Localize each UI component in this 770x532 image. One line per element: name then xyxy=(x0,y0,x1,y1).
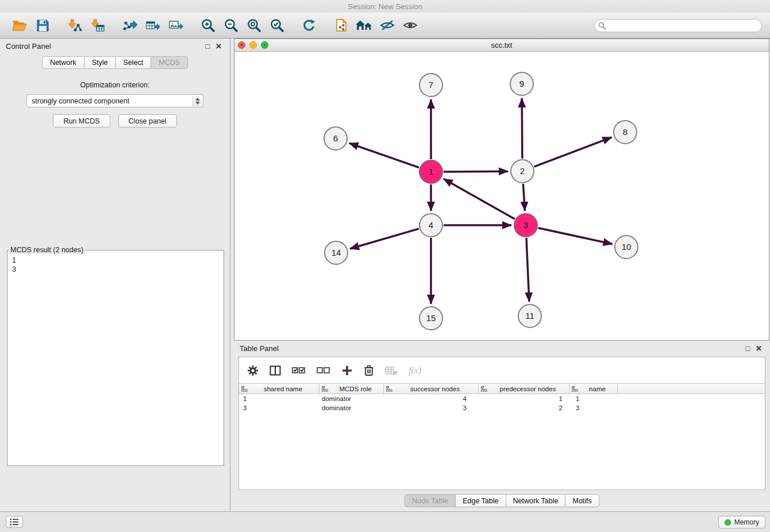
edge-2-8[interactable] xyxy=(534,137,612,167)
edge-2-9[interactable] xyxy=(522,98,522,159)
refresh-icon xyxy=(302,18,316,32)
sort-column-icon xyxy=(481,386,487,392)
column-header-successor-nodes[interactable]: successor nodes xyxy=(384,384,479,394)
open-session-button[interactable] xyxy=(8,15,31,36)
node-11[interactable]: 11 xyxy=(518,304,541,327)
show-columns-button[interactable] xyxy=(270,365,281,376)
table-row[interactable]: 3dominator323 xyxy=(239,403,765,413)
table-cell[interactable]: 2 xyxy=(479,403,569,413)
zoom-selected-icon xyxy=(270,18,284,33)
column-header-MCDS-role[interactable]: MCDS role xyxy=(319,384,384,394)
window-titlebar: Session: New Session xyxy=(0,0,770,13)
table-settings-button[interactable] xyxy=(247,365,259,376)
optimization-criterion-label: Optimization criterion: xyxy=(0,81,230,89)
refresh-button[interactable] xyxy=(298,15,321,36)
export-table-button[interactable] xyxy=(141,15,164,36)
node-8[interactable]: 8 xyxy=(614,121,637,144)
node-7[interactable]: 7 xyxy=(419,74,442,97)
window-title: Session: New Session xyxy=(348,2,422,11)
zoom-fit-button[interactable] xyxy=(242,15,265,36)
delete-table-button[interactable] xyxy=(385,365,398,376)
import-network-button[interactable] xyxy=(63,15,86,36)
table-cell[interactable]: 1 xyxy=(479,394,569,403)
mcds-result-list[interactable]: 13 xyxy=(7,254,224,465)
node-2[interactable]: 2 xyxy=(511,160,534,183)
table-cell[interactable]: 4 xyxy=(384,394,479,403)
select-all-columns-button[interactable] xyxy=(292,365,306,376)
tab-style[interactable]: Style xyxy=(84,56,116,69)
task-history-button[interactable] xyxy=(6,516,23,528)
node-15[interactable]: 15 xyxy=(419,307,442,330)
unselect-all-columns-button[interactable] xyxy=(317,365,330,376)
node-9[interactable]: 9 xyxy=(510,72,533,95)
zoom-selected-button[interactable] xyxy=(265,15,288,36)
tab-select[interactable]: Select xyxy=(116,56,152,69)
column-header-predecessor-nodes[interactable]: predecessor nodes xyxy=(479,384,569,394)
edge-4-14[interactable] xyxy=(350,229,419,249)
node-1[interactable]: 1 xyxy=(419,160,442,183)
close-table-panel-button[interactable]: ✕ xyxy=(753,343,764,354)
list-icon xyxy=(10,518,19,526)
table-row[interactable]: 1dominator411 xyxy=(239,394,765,403)
node-6[interactable]: 6 xyxy=(324,127,347,150)
float-icon: □ xyxy=(746,344,750,353)
table-cell[interactable]: dominator xyxy=(319,394,384,403)
zoom-in-button[interactable] xyxy=(197,15,220,36)
apply-style-button[interactable] xyxy=(376,15,399,36)
table-cell[interactable]: 1 xyxy=(239,394,319,403)
table-cell[interactable]: 3 xyxy=(384,403,479,413)
edge-3-10[interactable] xyxy=(538,228,613,244)
tab-network[interactable]: Network xyxy=(42,56,84,69)
node-10[interactable]: 10 xyxy=(615,236,638,259)
edge-1-2[interactable] xyxy=(444,171,508,172)
table-cell[interactable]: 3 xyxy=(569,403,618,413)
close-window-button[interactable]: ✕ xyxy=(238,41,245,49)
table-cell[interactable]: 1 xyxy=(569,394,618,403)
result-item[interactable]: 1 xyxy=(12,256,219,265)
tab-edge-table[interactable]: Edge Table xyxy=(455,494,506,507)
function-builder-button[interactable]: f(x) xyxy=(409,365,421,376)
zoom-window-button[interactable]: + xyxy=(261,41,268,49)
tab-mcds[interactable]: MCDS xyxy=(151,56,188,69)
float-control-panel-button[interactable]: □ xyxy=(202,41,213,52)
run-mcds-button[interactable]: Run MCDS xyxy=(53,114,110,128)
home-button[interactable] xyxy=(353,15,376,36)
column-header-name[interactable]: name xyxy=(569,384,618,394)
close-panel-button[interactable]: Close panel xyxy=(118,114,177,128)
save-session-button[interactable] xyxy=(31,15,54,36)
node-3[interactable]: 3 xyxy=(514,214,537,237)
close-control-panel-button[interactable]: ✕ xyxy=(213,41,224,52)
table-cell[interactable]: dominator xyxy=(319,403,384,413)
import-table-button[interactable] xyxy=(86,15,109,36)
delete-column-button[interactable] xyxy=(364,365,374,376)
table-cell[interactable]: 3 xyxy=(239,403,319,413)
minimize-window-button[interactable]: − xyxy=(249,41,257,49)
memory-button[interactable]: Memory xyxy=(718,516,765,529)
tab-motifs[interactable]: Motifs xyxy=(565,494,599,507)
export-network-button[interactable] xyxy=(118,15,141,36)
document-share-icon xyxy=(335,18,348,32)
tab-network-table[interactable]: Network Table xyxy=(506,494,566,507)
network-canvas[interactable]: 7968124314101511 xyxy=(234,52,769,340)
table-panel-header: Table Panel □ ✕ xyxy=(234,341,770,356)
result-item[interactable]: 3 xyxy=(12,265,219,274)
edge-1-6[interactable] xyxy=(349,143,419,168)
create-column-button[interactable] xyxy=(341,365,353,376)
column-header-shared-name[interactable]: shared name xyxy=(239,384,319,394)
edge-3-1[interactable] xyxy=(444,179,515,219)
export-image-button[interactable] xyxy=(164,15,187,36)
node-14[interactable]: 14 xyxy=(325,241,348,264)
optimization-dropdown[interactable]: strongly connected component xyxy=(26,94,203,107)
edge-3-11[interactable] xyxy=(526,238,529,302)
open-session-file-button[interactable] xyxy=(330,15,353,36)
graphics-details-button[interactable] xyxy=(399,15,422,36)
node-4[interactable]: 4 xyxy=(419,214,442,237)
node-table-card: f(x) shared nameMCDS rolesuccessor nodes… xyxy=(238,357,765,490)
zoom-out-button[interactable] xyxy=(220,15,242,36)
edge-2-3[interactable] xyxy=(523,184,525,211)
zoom-icon: + xyxy=(263,43,266,48)
float-table-panel-button[interactable]: □ xyxy=(742,343,753,354)
tab-node-table[interactable]: Node Table xyxy=(405,494,456,507)
search-input[interactable] xyxy=(594,19,762,32)
svg-text:4: 4 xyxy=(429,220,433,230)
